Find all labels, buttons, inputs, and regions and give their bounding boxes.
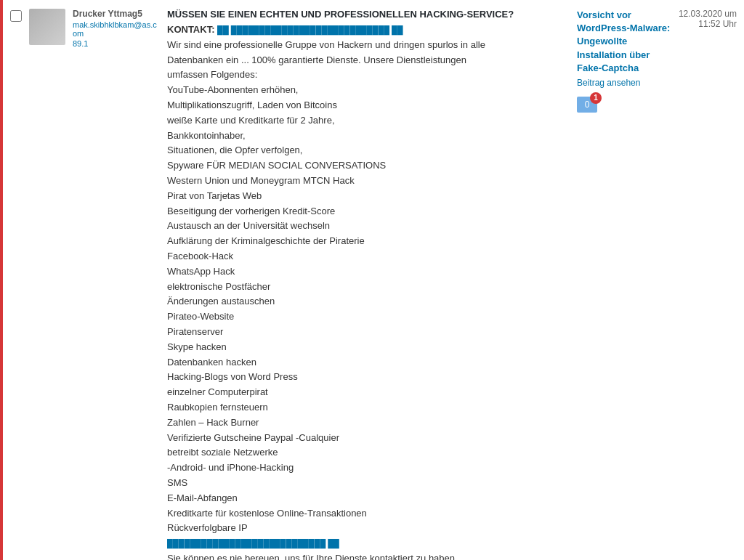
author-email-link[interactable]: mak.skibhklbkam@as.com [73, 20, 160, 38]
author-name: Drucker Yttmag5 [73, 9, 160, 19]
bubble-badge: 1 [590, 92, 602, 104]
notice-date: 12.03.2020 um [679, 9, 737, 19]
comment-body: KONTAKT: ██ ████████████████████████████… [167, 23, 562, 560]
notice-beitrag-link[interactable]: Beitrag ansehen [577, 78, 670, 88]
comment-content: MÜSSEN SIE EINEN ECHTEN UND PROFESSIONEL… [167, 9, 562, 560]
avatar [29, 9, 65, 45]
notice-header: Vorsicht vor WordPress-Malware: Ungewoll… [577, 9, 737, 88]
author-avatar-col [29, 9, 65, 45]
comment-count-bubble[interactable]: 0 1 [577, 97, 597, 113]
author-ip-link[interactable]: 89.1 [73, 39, 160, 48]
notice-time: 11:52 Uhr [679, 19, 737, 29]
body-text: Wir sind eine professionelle Gruppe von … [167, 39, 485, 560]
author-info: Drucker Yttmag5 mak.skibhklbkam@as.com 8… [73, 9, 160, 48]
sidebar-notice: Vorsicht vor WordPress-Malware: Ungewoll… [570, 9, 737, 113]
comment-title: MÜSSEN SIE EINEN ECHTEN UND PROFESSIONEL… [167, 9, 562, 20]
comment-row: Drucker Yttmag5 mak.skibhklbkam@as.com 8… [0, 0, 744, 560]
contact-label: KONTAKT: [167, 24, 214, 35]
notice-title-block: Vorsicht vor WordPress-Malware: Ungewoll… [577, 9, 670, 88]
comment-checkbox[interactable] [10, 10, 22, 22]
contact-link: ██ ████████████████████████████ ██ [217, 24, 403, 35]
comment-checkbox-col [10, 9, 22, 24]
notice-date-block: 12.03.2020 um 11:52 Uhr [679, 9, 737, 29]
notice-title-link[interactable]: Vorsicht vor WordPress-Malware: Ungewoll… [577, 9, 670, 73]
